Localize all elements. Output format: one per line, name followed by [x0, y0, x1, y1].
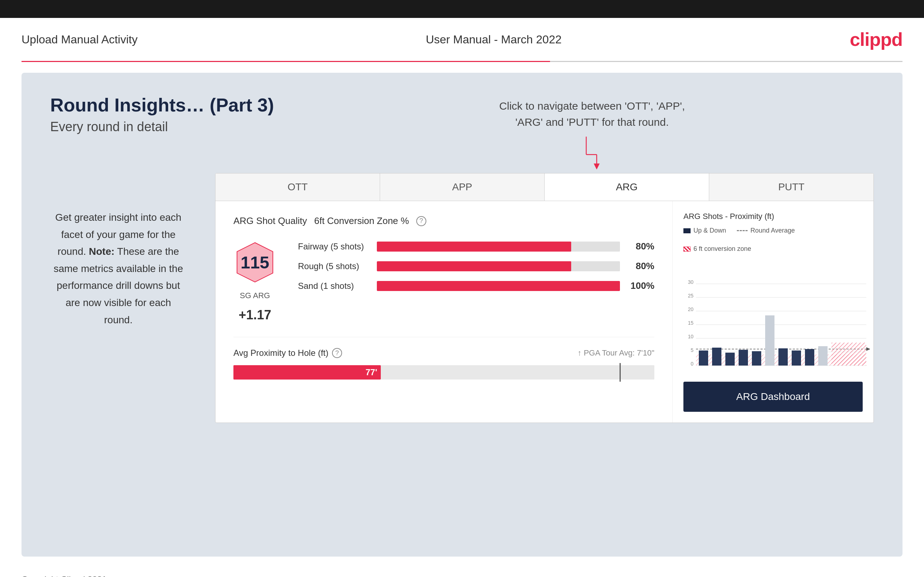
- legend-conversion-zone: 6 ft conversion zone: [683, 245, 751, 253]
- hex-container: 115 SG ARG +1.17: [233, 241, 276, 322]
- tabs-container: OTT APP ARG PUTT: [215, 174, 874, 201]
- svg-text:25: 25: [688, 293, 693, 298]
- svg-text:30: 30: [688, 279, 693, 285]
- proximity-help-icon[interactable]: ?: [332, 348, 342, 358]
- svg-rect-25: [699, 350, 708, 366]
- legend-dashed-icon: [737, 230, 748, 231]
- tab-ott[interactable]: OTT: [215, 174, 380, 201]
- nav-hint-text: Click to navigate between 'OTT', 'APP','…: [499, 98, 685, 130]
- bar-row-sand: Sand (1 shots) 100%: [298, 280, 654, 292]
- hex-number: 115: [241, 253, 269, 272]
- bar-label-fairway: Fairway (5 shots): [298, 242, 377, 251]
- sg-label: SG ARG: [240, 291, 270, 300]
- chart-area: 0 5 10 15 20 25 30: [683, 260, 863, 374]
- svg-rect-31: [779, 348, 788, 366]
- help-icon[interactable]: ?: [416, 216, 426, 226]
- panel-header: ARG Shot Quality 6ft Conversion Zone % ?: [233, 215, 654, 227]
- bar-label-sand: Sand (1 shots): [298, 281, 377, 291]
- svg-rect-33: [805, 349, 814, 366]
- footer: Copyright Clippd 2021: [0, 567, 924, 577]
- chart-legend: Up & Down Round Average 6 ft conversion …: [683, 227, 863, 253]
- svg-rect-26: [712, 348, 721, 366]
- tab-arg[interactable]: ARG: [544, 174, 709, 201]
- svg-text:20: 20: [688, 306, 693, 312]
- svg-rect-28: [738, 350, 748, 366]
- right-panel: ARG Shots - Proximity (ft) Up & Down Rou…: [673, 201, 874, 422]
- legend-round-avg: Round Average: [737, 227, 795, 234]
- top-bar: [0, 0, 924, 18]
- proximity-chart: 0 5 10 15 20 25 30: [683, 260, 870, 374]
- bar-pct-rough: 80%: [626, 261, 654, 272]
- header: Upload Manual Activity User Manual - Mar…: [0, 18, 924, 61]
- svg-rect-32: [792, 350, 801, 366]
- bar-fill-fairway: [377, 242, 571, 251]
- manual-label: User Manual - March 2022: [426, 33, 562, 46]
- tab-app[interactable]: APP: [380, 174, 544, 201]
- legend-hatched-icon: [683, 247, 691, 251]
- panel-title: ARG Shot Quality: [233, 215, 307, 227]
- bar-row-rough: Rough (5 shots) 80%: [298, 261, 654, 272]
- panel-subtitle: 6ft Conversion Zone %: [314, 215, 409, 227]
- bar-pct-sand: 100%: [626, 280, 654, 292]
- tab-putt[interactable]: PUTT: [709, 174, 874, 201]
- proximity-header: Avg Proximity to Hole (ft) ? ↑ PGA Tour …: [233, 348, 654, 358]
- card-body: ARG Shot Quality 6ft Conversion Zone % ?…: [215, 201, 874, 422]
- dashboard-card: OTT APP ARG PUTT ARG Shot Quality 6ft Co…: [215, 173, 874, 423]
- chart-header: ARG Shots - Proximity (ft): [683, 212, 863, 221]
- main-content: Round Insights… (Part 3) Every round in …: [21, 73, 903, 556]
- note-bold: Note:: [89, 246, 115, 257]
- proximity-value: 77': [365, 367, 377, 377]
- score-section: 115 SG ARG +1.17 Fairway (5 shots) 80%: [233, 241, 654, 322]
- copyright-text: Copyright Clippd 2021: [21, 574, 107, 577]
- arrow-container: [499, 134, 685, 169]
- svg-rect-30: [765, 315, 774, 366]
- proximity-bar-fill: 77': [233, 365, 381, 380]
- bar-fill-sand: [377, 281, 620, 291]
- nav-arrow-icon: [578, 134, 606, 169]
- bar-fill-rough: [377, 261, 571, 271]
- bar-container-fairway: [377, 242, 620, 251]
- proximity-cursor: [620, 363, 621, 382]
- upload-label: Upload Manual Activity: [21, 33, 138, 46]
- svg-text:10: 10: [688, 334, 693, 339]
- nav-hint: Click to navigate between 'OTT', 'APP','…: [499, 98, 685, 169]
- svg-text:15: 15: [688, 320, 693, 326]
- bar-container-rough: [377, 261, 620, 271]
- proximity-avg: ↑ PGA Tour Avg: 7'10": [578, 348, 654, 358]
- svg-text:0: 0: [691, 361, 693, 367]
- clippd-logo: clippd: [850, 29, 903, 50]
- left-panel: ARG Shot Quality 6ft Conversion Zone % ?…: [215, 201, 673, 422]
- svg-marker-3: [593, 163, 599, 169]
- proximity-bar-container: 77': [233, 365, 654, 380]
- page-title: Round Insights… (Part 3): [50, 94, 874, 116]
- sg-value: +1.17: [238, 308, 271, 322]
- svg-rect-34: [818, 346, 827, 366]
- hex-score: 115: [233, 241, 276, 284]
- bars-section: Fairway (5 shots) 80% Rough (5 shots): [298, 241, 654, 322]
- svg-marker-23: [866, 347, 870, 351]
- header-divider: [21, 61, 903, 62]
- legend-up-down: Up & Down: [683, 227, 726, 234]
- proximity-title: Avg Proximity to Hole (ft) ?: [233, 348, 342, 358]
- bar-pct-fairway: 80%: [626, 241, 654, 252]
- svg-text:5: 5: [691, 347, 693, 353]
- bar-row-fairway: Fairway (5 shots) 80%: [298, 241, 654, 252]
- arg-dashboard-button[interactable]: ARG Dashboard: [683, 382, 863, 412]
- svg-rect-36: [832, 343, 866, 366]
- bar-container-sand: [377, 281, 620, 291]
- svg-rect-29: [752, 351, 761, 366]
- page-subtitle: Every round in detail: [50, 119, 874, 134]
- svg-rect-27: [725, 353, 735, 366]
- legend-box-icon: [683, 228, 691, 233]
- proximity-section: Avg Proximity to Hole (ft) ? ↑ PGA Tour …: [233, 337, 654, 380]
- bar-label-rough: Rough (5 shots): [298, 261, 377, 271]
- left-description: Get greater insight into each facet of y…: [50, 209, 186, 328]
